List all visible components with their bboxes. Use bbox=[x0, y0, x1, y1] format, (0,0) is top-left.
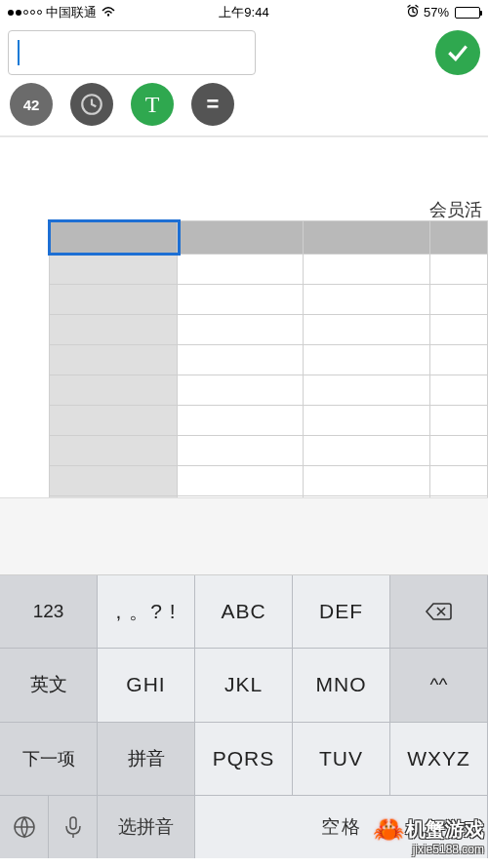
globe-icon bbox=[12, 814, 37, 840]
spreadsheet-area[interactable]: 会员活 bbox=[0, 137, 488, 497]
cell[interactable] bbox=[430, 285, 488, 315]
equals-icon: = bbox=[207, 92, 220, 117]
key-123[interactable]: 123 bbox=[0, 575, 98, 649]
cell[interactable] bbox=[304, 436, 430, 466]
row-header-cell[interactable] bbox=[50, 466, 178, 496]
clock-icon bbox=[79, 92, 104, 117]
key-mno[interactable]: MNO bbox=[293, 649, 390, 722]
cell[interactable] bbox=[430, 436, 488, 466]
table-row[interactable] bbox=[50, 375, 488, 406]
cell[interactable] bbox=[430, 255, 488, 285]
key-caret[interactable]: ^^ bbox=[390, 649, 488, 722]
key-space[interactable]: 空格 bbox=[195, 796, 488, 858]
keyboard-accessory-gap bbox=[0, 497, 488, 575]
cell[interactable] bbox=[304, 285, 430, 315]
text-format-icon: T bbox=[145, 92, 160, 118]
row-header-cell[interactable] bbox=[50, 255, 178, 285]
key-wxyz[interactable]: WXYZ bbox=[390, 723, 488, 796]
table-row[interactable] bbox=[50, 315, 488, 345]
formula-bar bbox=[0, 24, 488, 81]
text-format-button[interactable]: T bbox=[131, 83, 174, 126]
cell[interactable] bbox=[177, 255, 304, 285]
table-row[interactable] bbox=[50, 436, 488, 466]
key-backspace[interactable] bbox=[390, 575, 488, 649]
table-row[interactable] bbox=[50, 496, 488, 498]
cell[interactable] bbox=[430, 315, 488, 345]
confirm-button[interactable] bbox=[435, 30, 480, 75]
row-header-cell[interactable] bbox=[50, 375, 178, 406]
row-header-cell[interactable] bbox=[50, 406, 178, 436]
battery-pct: 57% bbox=[424, 5, 449, 20]
formula-button[interactable]: = bbox=[191, 83, 234, 126]
cell[interactable] bbox=[177, 466, 304, 496]
check-icon bbox=[445, 40, 470, 65]
signal-dots-icon bbox=[8, 10, 42, 16]
cell[interactable] bbox=[430, 496, 488, 498]
table-row[interactable] bbox=[50, 406, 488, 436]
cell[interactable] bbox=[430, 466, 488, 496]
key-def[interactable]: DEF bbox=[293, 575, 390, 649]
cell[interactable] bbox=[304, 345, 430, 375]
row-header-cell[interactable] bbox=[50, 315, 178, 345]
table-row[interactable] bbox=[50, 285, 488, 315]
status-right: 57% bbox=[323, 4, 480, 20]
cell[interactable] bbox=[430, 345, 488, 375]
cell-input[interactable] bbox=[8, 30, 256, 75]
cell[interactable] bbox=[430, 375, 488, 406]
header-cell[interactable] bbox=[177, 221, 304, 255]
svg-rect-4 bbox=[70, 817, 76, 829]
battery-icon bbox=[453, 7, 480, 19]
cell[interactable] bbox=[304, 375, 430, 406]
key-pinyin[interactable]: 拼音 bbox=[98, 723, 195, 796]
cell[interactable] bbox=[304, 406, 430, 436]
svg-point-0 bbox=[107, 14, 109, 16]
cell[interactable] bbox=[177, 406, 304, 436]
cell[interactable] bbox=[177, 436, 304, 466]
key-mic[interactable] bbox=[49, 796, 98, 858]
cell[interactable] bbox=[177, 496, 304, 498]
row-header-cell[interactable] bbox=[50, 285, 178, 315]
alarm-icon bbox=[406, 4, 420, 20]
row-header-cell[interactable] bbox=[50, 496, 178, 498]
cell[interactable] bbox=[304, 466, 430, 496]
key-punct[interactable]: , 。? ! bbox=[98, 575, 195, 649]
key-ghi[interactable]: GHI bbox=[98, 649, 195, 722]
number-format-button[interactable]: 42 bbox=[10, 83, 53, 126]
cell[interactable] bbox=[430, 406, 488, 436]
time-format-button[interactable] bbox=[70, 83, 113, 126]
header-cell[interactable] bbox=[430, 221, 488, 255]
cell[interactable] bbox=[177, 375, 304, 406]
cell[interactable] bbox=[177, 315, 304, 345]
keyboard: 123 , 。? ! ABC DEF 英文 GHI JKL MNO ^^ 拼音 … bbox=[0, 575, 488, 858]
clock-label: 上午9:44 bbox=[165, 4, 322, 21]
text-caret bbox=[18, 40, 20, 65]
key-tuv[interactable]: TUV bbox=[293, 723, 390, 796]
table-header-row[interactable] bbox=[50, 221, 488, 255]
header-cell[interactable] bbox=[304, 221, 430, 255]
carrier-label: 中国联通 bbox=[46, 4, 97, 21]
cell[interactable] bbox=[304, 496, 430, 498]
cell[interactable] bbox=[304, 315, 430, 345]
header-cell[interactable] bbox=[50, 221, 178, 255]
key-abc[interactable]: ABC bbox=[195, 575, 293, 649]
cell[interactable] bbox=[304, 255, 430, 285]
wifi-icon bbox=[101, 5, 116, 20]
key-select-pinyin[interactable]: 选拼音 bbox=[98, 796, 195, 858]
row-header-cell[interactable] bbox=[50, 436, 178, 466]
key-next[interactable]: 下一项 bbox=[0, 723, 98, 796]
key-english[interactable]: 英文 bbox=[0, 649, 98, 722]
key-jkl[interactable]: JKL bbox=[195, 649, 293, 722]
key-globe[interactable] bbox=[0, 796, 49, 858]
status-left: 中国联通 bbox=[8, 4, 165, 21]
row-header-cell[interactable] bbox=[50, 345, 178, 375]
sheet-floating-text: 会员活 bbox=[429, 198, 482, 221]
spreadsheet-grid[interactable] bbox=[49, 220, 488, 497]
table-row[interactable] bbox=[50, 345, 488, 375]
key-pqrs[interactable]: PQRS bbox=[195, 723, 293, 796]
mic-icon bbox=[61, 814, 86, 840]
table-row[interactable] bbox=[50, 466, 488, 496]
table-row[interactable] bbox=[50, 255, 488, 285]
cell[interactable] bbox=[177, 345, 304, 375]
cell[interactable] bbox=[177, 285, 304, 315]
cell-type-toolbar: 42 T = bbox=[0, 81, 488, 137]
